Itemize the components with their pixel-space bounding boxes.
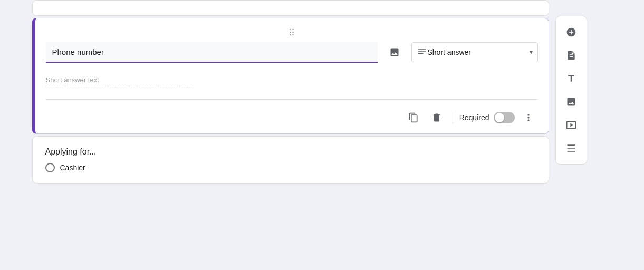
cashier-option: Cashier [45,163,536,172]
svg-point-3 [292,32,294,33]
svg-point-4 [290,34,291,36]
applying-for-title: Applying for... [45,147,536,157]
card-divider [46,99,538,100]
top-card [32,0,549,16]
add-question-button[interactable] [561,22,582,43]
import-questions-button[interactable] [561,45,582,66]
more-options-button[interactable] [519,108,538,127]
required-label: Required [459,113,489,122]
right-sidebar [555,16,587,165]
action-divider [453,111,453,124]
svg-point-5 [292,34,294,36]
add-section-button[interactable] [561,138,582,159]
question-type-dropdown[interactable]: Short answer Paragraph Multiple choice C… [411,42,538,62]
required-toggle[interactable] [494,112,515,123]
answer-preview-text: Short answer text [46,76,194,86]
question-input[interactable] [46,42,378,63]
active-card: Short answer Paragraph Multiple choice C… [32,18,549,134]
answer-preview: Short answer text [46,71,538,95]
bottom-card: Applying for... Cashier [32,136,549,184]
svg-point-1 [292,29,294,31]
cashier-label: Cashier [60,163,85,172]
cashier-radio[interactable] [45,163,55,172]
drag-handle[interactable] [46,27,538,42]
delete-button[interactable] [427,108,446,127]
add-image-sidebar-button[interactable] [561,91,582,112]
toggle-knob [495,113,504,122]
add-video-button[interactable] [561,114,582,136]
svg-point-2 [290,32,291,33]
duplicate-button[interactable] [404,108,423,127]
add-image-to-question-button[interactable] [384,42,405,63]
svg-point-0 [290,29,291,31]
add-title-button[interactable] [561,68,582,89]
type-select[interactable]: Short answer Paragraph Multiple choice C… [411,42,538,62]
required-row: Required [459,112,515,123]
